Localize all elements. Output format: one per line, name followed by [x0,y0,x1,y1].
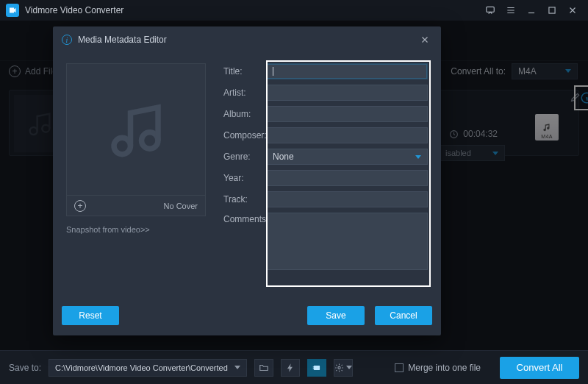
cancel-button[interactable]: Cancel [375,306,432,325]
menu-icon[interactable] [501,3,520,18]
merge-label: Merge into one file [408,363,481,373]
album-label: Album: [223,109,266,119]
app-title: Vidmore Video Converter [25,5,123,15]
hardware-accel-button[interactable] [281,359,300,377]
info-icon: i [62,35,72,45]
genre-value: None [273,152,294,162]
gpu-toggle[interactable] [307,359,326,377]
title-input[interactable] [266,63,428,79]
maximize-button[interactable] [542,3,562,18]
modal-footer: Reset Save Cancel [62,306,432,325]
chevron-down-icon [234,366,240,369]
convert-all-button[interactable]: Convert All [500,357,579,379]
minimize-button[interactable] [522,3,541,18]
modal-title: Media Metadata Editor [78,35,167,45]
genre-label: Genre: [223,152,266,162]
composer-input[interactable] [266,127,428,143]
year-input[interactable] [266,170,428,186]
cover-footer: + No Cover [66,196,206,216]
snapshot-link[interactable]: Snapshot from video>> [66,225,206,234]
add-cover-button[interactable]: + [74,200,86,212]
modal-close-button[interactable] [417,32,432,47]
close-button[interactable] [563,3,582,18]
svg-rect-0 [487,7,495,12]
save-path-select[interactable]: C:\Vidmore\Vidmore Video Converter\Conve… [49,359,247,377]
genre-select[interactable]: None [266,149,428,165]
cover-column: + No Cover Snapshot from video>> [66,63,206,291]
comments-label: Comments: [223,213,266,270]
svg-rect-8 [314,366,320,370]
svg-rect-10 [313,368,314,369]
modal-header: i Media Metadata Editor [53,26,441,53]
metadata-editor-modal: i Media Metadata Editor + No Cover Snaps… [53,26,441,335]
no-cover-label: No Cover [164,202,198,210]
save-to-label: Save to: [9,363,41,373]
chevron-down-icon [346,366,352,369]
titlebar: Vidmore Video Converter [0,0,588,21]
app-logo [6,4,19,17]
feedback-icon[interactable] [481,3,500,18]
checkbox-icon [395,363,404,372]
save-button[interactable]: Save [307,306,365,325]
open-folder-button[interactable] [254,359,273,377]
year-label: Year: [223,173,266,183]
comments-textarea[interactable] [266,213,428,270]
merge-checkbox[interactable]: Merge into one file [395,363,481,373]
artist-input[interactable] [266,85,428,101]
bottom-bar: Save to: C:\Vidmore\Vidmore Video Conver… [0,350,588,384]
artist-label: Artist: [223,88,266,98]
composer-label: Composer: [223,130,266,141]
track-input[interactable] [266,191,428,207]
svg-point-11 [338,366,340,369]
title-label: Title: [223,66,266,77]
album-input[interactable] [266,106,428,122]
cover-art [66,63,206,196]
metadata-form: Title: Artist: Album: Composer: Genre: N… [223,63,428,291]
settings-button[interactable] [334,359,353,377]
track-label: Track: [223,194,266,205]
chevron-down-icon [415,155,421,159]
save-path-value: C:\Vidmore\Vidmore Video Converter\Conve… [55,363,228,372]
svg-rect-9 [313,366,314,367]
svg-rect-1 [549,7,555,13]
reset-button[interactable]: Reset [62,306,119,325]
